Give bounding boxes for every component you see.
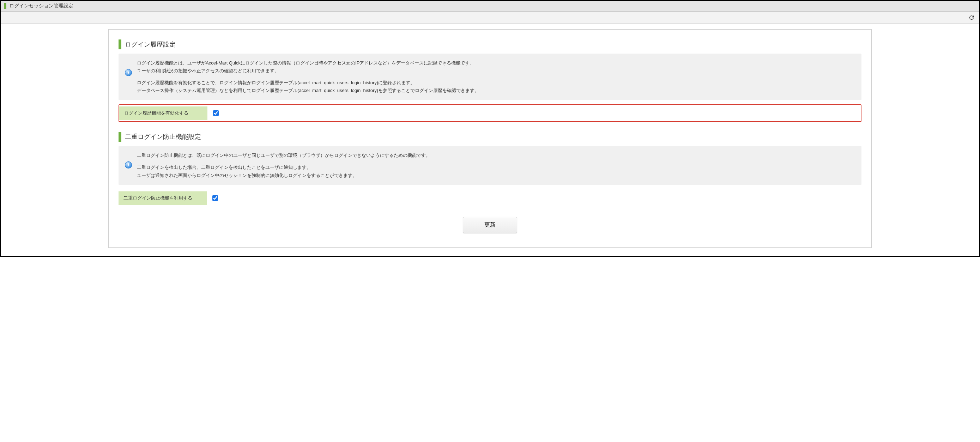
info-icon <box>125 162 132 168</box>
app-frame: ログインセッション管理設定 ログイン履歴設定 ログイン履歴機能とは、ユーザがAc… <box>0 0 980 257</box>
title-accent <box>4 3 6 9</box>
field-label: 二重ログイン防止機能を利用する <box>119 192 207 205</box>
field-row-double-login-enable: 二重ログイン防止機能を利用する <box>119 189 861 207</box>
info-paragraph: ログイン履歴機能を有効化することで、ログイン情報がログイン履歴テーブル(acce… <box>137 79 479 95</box>
section-accent <box>119 132 121 142</box>
field-label: ログイン履歴機能を有効化する <box>119 106 207 120</box>
section-header: 二重ログイン防止機能設定 <box>119 132 861 142</box>
field-control <box>207 109 220 117</box>
info-box-double-login: 二重ログイン防止機能とは、既にログイン中のユーザと同じユーザで別の環境（ブラウザ… <box>119 146 861 185</box>
info-box-login-history: ログイン履歴機能とは、ユーザがAccel-Mart Quickにログインした際の… <box>119 54 861 100</box>
page-title: ログインセッション管理設定 <box>9 3 73 9</box>
info-text: 二重ログイン防止機能とは、既にログイン中のユーザと同じユーザで別の環境（ブラウザ… <box>137 152 430 179</box>
double-login-enable-checkbox[interactable] <box>212 195 218 201</box>
info-icon <box>125 69 132 76</box>
update-button[interactable]: 更新 <box>463 217 517 233</box>
reload-button[interactable] <box>968 14 975 21</box>
content-area: ログイン履歴設定 ログイン履歴機能とは、ユーザがAccel-Mart Quick… <box>1 24 979 256</box>
button-row: 更新 <box>119 217 861 233</box>
titlebar: ログインセッション管理設定 <box>1 1 979 12</box>
field-row-login-history-enable: ログイン履歴機能を有効化する <box>119 105 861 122</box>
info-text: ログイン履歴機能とは、ユーザがAccel-Mart Quickにログインした際の… <box>137 59 479 95</box>
section-double-login: 二重ログイン防止機能設定 二重ログイン防止機能とは、既にログイン中のユーザと同じ… <box>119 132 861 206</box>
section-accent <box>119 40 121 49</box>
info-paragraph: ログイン履歴機能とは、ユーザがAccel-Mart Quickにログインした際の… <box>137 59 479 75</box>
section-title: ログイン履歴設定 <box>125 40 176 49</box>
login-history-enable-checkbox[interactable] <box>213 110 219 116</box>
section-title: 二重ログイン防止機能設定 <box>125 133 201 141</box>
info-paragraph: 二重ログインを検出した場合、二重ログインを検出したことをユーザに通知します。 ユ… <box>137 163 430 179</box>
section-header: ログイン履歴設定 <box>119 40 861 49</box>
field-control <box>207 194 219 202</box>
section-login-history: ログイン履歴設定 ログイン履歴機能とは、ユーザがAccel-Mart Quick… <box>119 40 861 122</box>
settings-panel: ログイン履歴設定 ログイン履歴機能とは、ユーザがAccel-Mart Quick… <box>108 29 872 248</box>
info-paragraph: 二重ログイン防止機能とは、既にログイン中のユーザと同じユーザで別の環境（ブラウザ… <box>137 152 430 159</box>
toolbar <box>1 12 979 24</box>
reload-icon <box>968 14 975 21</box>
